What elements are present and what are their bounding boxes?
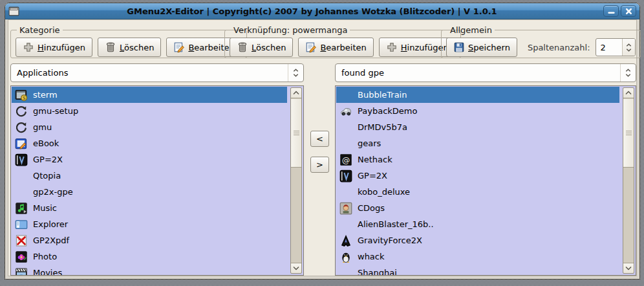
source-combo[interactable]: found gpe <box>335 63 636 82</box>
music-icon <box>15 202 28 215</box>
trash-icon <box>237 41 248 53</box>
scroll-down-icon[interactable] <box>291 263 301 273</box>
list-item[interactable]: Qtopia <box>12 168 287 184</box>
gmu-icon <box>15 121 28 134</box>
minimize-button[interactable] <box>603 5 619 17</box>
car-icon <box>339 105 352 118</box>
kategorie-delete-button[interactable]: Löschen <box>98 38 161 57</box>
app-window: GMenu2X-Editor | Copyright(c) 2007 by Jo… <box>5 3 640 280</box>
found-apps-list: BubbleTrainPaybackDemoDrMDv5b7agears@Net… <box>335 85 636 276</box>
save-icon <box>453 41 465 53</box>
kategorie-add-button[interactable]: Hinzufügen <box>16 38 92 57</box>
svg-text:S: S <box>23 95 26 100</box>
verknuepfung-edit-button[interactable]: Bearbeiten <box>298 38 373 57</box>
move-right-button[interactable]: > <box>310 157 329 173</box>
gp2x-icon <box>339 170 352 182</box>
spaceship-icon <box>339 234 352 247</box>
list-item-label: Movies <box>33 268 62 276</box>
list-item-label: gp2x-gpe <box>33 187 73 197</box>
list-item-label: eBook <box>33 138 59 148</box>
move-left-button[interactable]: < <box>310 131 329 147</box>
terminal-icon: S <box>15 89 28 102</box>
list-item[interactable]: gp2x-gpe <box>12 184 287 200</box>
list-item-label: whack <box>358 252 385 261</box>
source-combo-value: found gpe <box>336 68 620 78</box>
edit-icon <box>173 41 185 53</box>
spinner-arrows-icon[interactable] <box>622 39 635 56</box>
svg-text:@: @ <box>342 155 350 164</box>
minimize-icon <box>608 8 615 15</box>
combo-arrows-icon[interactable] <box>620 64 636 82</box>
found-apps-rows: BubbleTrainPaybackDemoDrMDv5b7agears@Net… <box>336 87 619 276</box>
list-item-label: PaybackDemo <box>358 106 417 116</box>
scrollbar-thumb[interactable] <box>291 99 301 168</box>
list-item[interactable]: PaybackDemo <box>336 103 619 119</box>
list-item-label: gmu-setup <box>33 106 78 116</box>
scroll-up-icon[interactable] <box>291 88 301 98</box>
verknuepfung-delete-button[interactable]: Löschen <box>230 38 293 57</box>
titlebar[interactable]: GMenu2X-Editor | Copyright(c) 2007 by Jo… <box>5 3 639 19</box>
category-apps-list: Sstermgmu-setupgmueBookGP=2XQtopiagp2x-g… <box>10 85 304 276</box>
list-item[interactable]: DrMDv5b7a <box>336 119 619 135</box>
list-item[interactable]: Photo <box>12 248 287 265</box>
list-item[interactable]: Ssterm <box>12 87 287 103</box>
category-apps-rows: Sstermgmu-setupgmueBookGP=2XQtopiagp2x-g… <box>12 87 287 276</box>
no-icon <box>339 267 352 276</box>
category-combo-value: Applications <box>11 68 288 78</box>
scrollbar-thumb[interactable] <box>623 99 634 168</box>
gp2x-icon <box>15 153 28 166</box>
close-button[interactable] <box>621 5 636 17</box>
list-item[interactable]: Explorer <box>12 216 287 232</box>
no-icon <box>339 218 352 231</box>
list-item-label: GravityForce2X <box>358 236 422 245</box>
list-item-label: GP=2X <box>358 171 387 181</box>
list-item[interactable]: Shanghai <box>336 265 619 276</box>
no-icon <box>15 186 28 199</box>
list-item[interactable]: Movies <box>12 265 287 276</box>
list-item[interactable]: BubbleTrain <box>336 87 619 103</box>
explorer-icon <box>15 218 28 231</box>
list-item-label: gmu <box>33 122 52 132</box>
combo-arrows-icon[interactable] <box>288 64 303 82</box>
save-button[interactable]: Speichern <box>446 38 517 57</box>
right-scrollbar[interactable] <box>623 87 634 274</box>
columns-spinner[interactable]: 2 <box>596 38 636 56</box>
window-title: GMenu2X-Editor | Copyright(c) 2007 by Jo… <box>21 6 603 16</box>
window-menu-icon[interactable] <box>8 6 21 16</box>
list-item[interactable]: gears <box>336 135 619 151</box>
no-icon <box>15 170 28 182</box>
no-icon <box>339 137 352 150</box>
columns-value[interactable]: 2 <box>596 43 622 52</box>
list-item[interactable]: kobo_deluxe <box>336 184 619 200</box>
list-item[interactable]: whack <box>336 248 619 265</box>
kategorie-frame: Kategorie Hinzufügen Löschen Bearbeiten <box>10 25 247 58</box>
list-item-label: AlienBlaster_16b.. <box>358 219 434 229</box>
left-scrollbar[interactable] <box>290 87 302 274</box>
list-item-label: Nethack <box>358 155 392 164</box>
kategorie-legend: Kategorie <box>17 25 63 35</box>
list-item[interactable]: gmu <box>12 119 287 135</box>
list-item[interactable]: Music <box>12 200 287 216</box>
list-item-label: Photo <box>33 252 57 261</box>
list-item[interactable]: GP=2X <box>336 168 619 184</box>
trash-icon <box>105 41 116 53</box>
list-item-label: Explorer <box>33 219 68 229</box>
list-item[interactable]: GP=2X <box>12 151 287 168</box>
list-item-label: Music <box>33 203 57 213</box>
list-item[interactable]: GravityForce2X <box>336 232 619 248</box>
category-combo[interactable]: Applications <box>10 63 304 82</box>
scroll-down-icon[interactable] <box>623 263 634 273</box>
list-item[interactable]: AlienBlaster_16b.. <box>336 216 619 232</box>
list-item[interactable]: CDogs <box>336 200 619 216</box>
no-icon <box>339 89 352 102</box>
list-item-label: Shanghai <box>358 268 397 276</box>
list-item[interactable]: pdfGP2Xpdf <box>12 232 287 248</box>
list-item-label: BubbleTrain <box>358 90 407 100</box>
list-item-label: CDogs <box>358 203 385 213</box>
list-item[interactable]: gmu-setup <box>12 103 287 119</box>
list-item[interactable]: @Nethack <box>336 151 619 168</box>
photo-icon <box>15 250 28 263</box>
allgemein-legend: Allgemein <box>447 25 495 35</box>
scroll-up-icon[interactable] <box>623 88 634 98</box>
list-item[interactable]: eBook <box>12 135 287 151</box>
